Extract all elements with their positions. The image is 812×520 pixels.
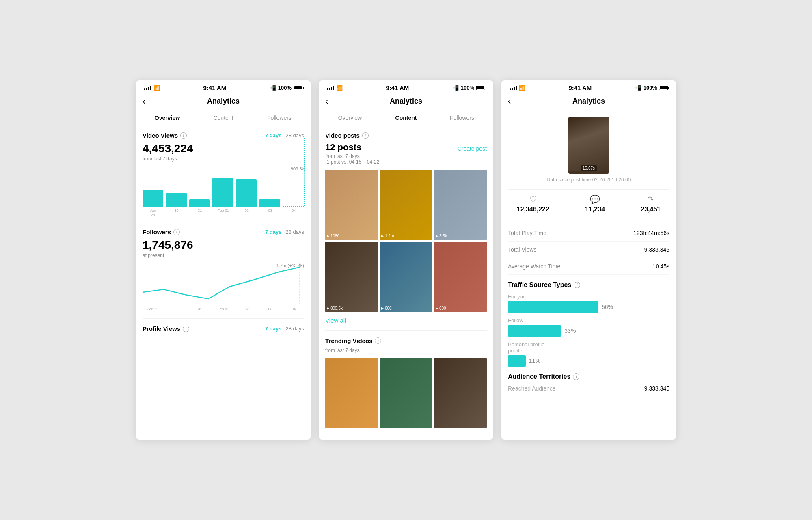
video-overlay-4: ▶ 800.5k [327, 306, 343, 311]
status-right-3: 📲 100% [635, 85, 668, 91]
engagement-row: ♡ 12,346,222 💬 11,234 ↷ 23,451 [508, 189, 669, 218]
bluetooth-icon-1: 📲 [270, 85, 276, 91]
total-views-value: 9,333,345 [644, 246, 669, 253]
trending-sub: from last 7 days [325, 347, 487, 353]
likes-item: ♡ 12,346,222 [517, 194, 549, 213]
followers-period: 7 days 28 days [265, 229, 304, 235]
trending-thumb-2[interactable] [380, 358, 432, 428]
video-posts-info-icon[interactable]: i [362, 132, 369, 139]
post-thumbnail: 15.67s [568, 117, 609, 174]
page-title-3: Analytics [508, 97, 669, 106]
tab-overview-2[interactable]: Overview [322, 110, 378, 125]
tab-followers-2[interactable]: Followers [434, 110, 490, 125]
tab-content-2[interactable]: Content [378, 110, 434, 125]
screen-overview: 📶 9:41 AM 📲 100% ‹ Analytics Overview Co… [136, 80, 311, 440]
video-thumb-6[interactable]: ▶ 600 [434, 242, 487, 312]
traffic-track-personal: 11% [508, 355, 669, 367]
followers-info-icon[interactable]: i [173, 229, 180, 235]
traffic-fill-follow [508, 325, 561, 337]
period-7days-btn[interactable]: 7 days [265, 132, 281, 138]
followers-7days-btn[interactable]: 7 days [265, 229, 281, 235]
chart-peak-label: 909.3k [291, 166, 304, 171]
back-button-3[interactable]: ‹ [508, 96, 511, 107]
flbl-3: 31 [189, 307, 210, 311]
status-right-2: 📲 100% [452, 85, 485, 91]
status-bar-1: 📶 9:41 AM 📲 100% [136, 80, 311, 94]
video-grid: ▶ 1080 ▶ 1.2m ▶ 3.5k [325, 170, 487, 312]
audience-info-icon[interactable]: i [573, 373, 579, 380]
header-2: ‹ Analytics [319, 94, 493, 110]
chart-bar-2 [166, 193, 186, 207]
post-duration: 15.67s [581, 165, 597, 171]
traffic-info-icon[interactable]: i [574, 282, 580, 288]
traffic-track-follow: 33% [508, 325, 669, 337]
bluetooth-icon-2: 📲 [452, 85, 459, 91]
time-3: 9:41 AM [568, 84, 592, 91]
tab-overview-1[interactable]: Overview [139, 110, 195, 125]
period-28days-btn[interactable]: 28 days [285, 132, 304, 138]
trending-header: Trending Videos i [325, 337, 487, 344]
tab-bar-1: Overview Content Followers [136, 110, 311, 125]
video-thumb-5[interactable]: ▶ 600 [380, 242, 432, 312]
video-posts-title: Video posts i [325, 132, 369, 139]
battery-pct-1: 100% [278, 85, 292, 91]
total-play-value: 123h:44m:56s [633, 230, 669, 236]
posts-sub: from last 7 days [325, 153, 379, 159]
header-1: ‹ Analytics [136, 94, 311, 110]
profile-views-title: Profile Views i [143, 325, 189, 332]
followers-value: 1,745,876 [143, 239, 304, 252]
avg-watch-value: 10.45s [652, 263, 669, 270]
video-thumb-3[interactable]: ▶ 3.5k [434, 170, 487, 240]
stat-row-3: Average Watch Time 10.45s [508, 258, 669, 275]
video-views-title: Video Views i [143, 132, 187, 139]
video-thumb-1[interactable]: ▶ 1080 [325, 170, 378, 240]
chart-label-4: Feb 01 [213, 209, 234, 217]
followers-header: Followers i 7 days 28 days [143, 229, 304, 235]
video-thumb-2[interactable]: ▶ 1.2m [380, 170, 432, 240]
profile-views-section: Profile Views i 7 days 28 days [143, 325, 304, 332]
screens-container: 📶 9:41 AM 📲 100% ‹ Analytics Overview Co… [124, 72, 688, 448]
screen-content: 📶 9:41 AM 📲 100% ‹ Analytics Overview Co… [319, 80, 493, 440]
flbl-7: 04 [283, 307, 304, 311]
reached-label: Reached Audience [508, 385, 556, 392]
page-title-2: Analytics [325, 97, 487, 106]
trending-thumb-3[interactable] [434, 358, 487, 428]
back-button-1[interactable]: ‹ [143, 96, 145, 107]
detail-content: 15.67s Data since post time 02-20-2019 2… [501, 110, 676, 400]
followers-title: Followers i [143, 229, 180, 235]
chart-label-1: Jan29 [143, 209, 164, 217]
audience-row-1: Reached Audience 9,333,345 [508, 384, 669, 393]
chart-bar-1 [143, 190, 163, 207]
followers-28days-btn[interactable]: 28 days [285, 229, 304, 235]
profile-views-info-icon[interactable]: i [183, 326, 189, 332]
divider-content-1 [325, 330, 487, 331]
chart-label-3: 31 [189, 209, 210, 217]
chart-bar-5 [236, 179, 257, 207]
trending-thumb-1[interactable] [325, 358, 378, 428]
create-post-btn[interactable]: Create post [458, 145, 487, 152]
flbl-4: Feb 01 [213, 307, 234, 311]
stat-row-1: Total Play Time 123h:44m:56s [508, 225, 669, 242]
pv-7days-btn[interactable]: 7 days [265, 326, 281, 332]
chart-label-7: 04 [283, 209, 304, 217]
shares-item: ↷ 23,451 [641, 194, 661, 213]
view-all-button[interactable]: View all [325, 317, 487, 324]
video-views-info-icon[interactable]: i [180, 132, 187, 139]
followers-chart: 1.7m (+13.4k) Jan 29 30 31 Feb 01 02 03 … [143, 263, 304, 312]
video-thumb-4[interactable]: ▶ 800.5k [325, 242, 378, 312]
data-since-label: Data since post time 02-20-2019 20:00 [508, 177, 669, 183]
trending-info-icon[interactable]: i [375, 337, 381, 344]
bars-container [143, 166, 304, 207]
traffic-bar-personal: Personal profileprofile 11% [508, 341, 669, 367]
back-button-2[interactable]: ‹ [325, 96, 328, 107]
post-thumb-bg [568, 117, 609, 171]
battery-icon-3 [659, 86, 668, 90]
chart-bar-4 [212, 178, 233, 207]
screen-detail: 📶 9:41 AM 📲 100% ‹ Analytics 15.67s Data [501, 80, 676, 440]
tab-followers-1[interactable]: Followers [251, 110, 307, 125]
tab-content-1[interactable]: Content [195, 110, 251, 125]
divider-2 [143, 318, 304, 319]
overview-content: Video Views i 7 days 28 days 4,453,224 f… [136, 125, 311, 342]
total-views-label: Total Views [508, 246, 537, 253]
pv-28days-btn[interactable]: 28 days [285, 326, 304, 332]
